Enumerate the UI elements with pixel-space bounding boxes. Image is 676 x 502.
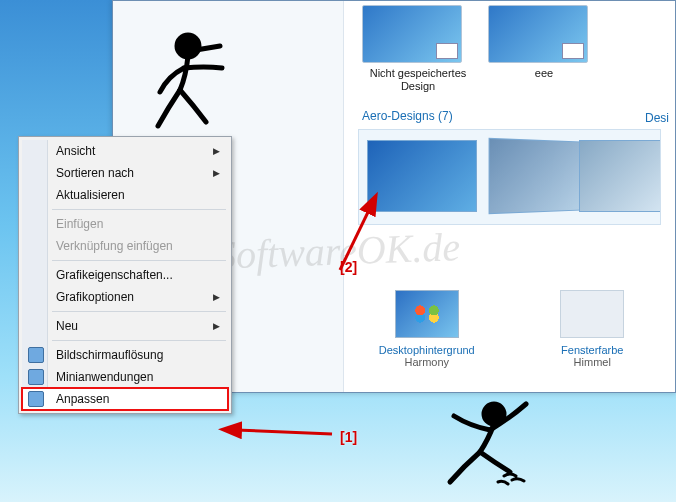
context-menu-separator xyxy=(52,311,226,312)
stick-figure-slipping xyxy=(428,396,558,499)
desktop-background-sub: Harmony xyxy=(357,356,497,368)
desktop-background-title: Desktophintergrund xyxy=(357,344,497,356)
window-color-tile[interactable]: Fensterfarbe Himmel xyxy=(522,290,662,368)
desktop-background-thumb xyxy=(395,290,459,338)
ctx-sortieren-nach[interactable]: Sortieren nach▶ xyxy=(22,162,228,184)
ctx-grafikoptionen[interactable]: Grafikoptionen▶ xyxy=(22,286,228,308)
svg-line-1 xyxy=(340,208,370,270)
ctx-grafikeigenschaften-label: Grafikeigenschaften... xyxy=(56,268,173,282)
ctx-bildschirmaufl-sung-label: Bildschirmauflösung xyxy=(56,348,163,362)
submenu-arrow-icon: ▶ xyxy=(213,162,220,184)
arrow-1 xyxy=(230,416,340,449)
ctx-grafikeigenschaften[interactable]: Grafikeigenschaften... xyxy=(22,264,228,286)
desktop-context-menu: Ansicht▶Sortieren nach▶AktualisierenEinf… xyxy=(18,136,232,414)
svg-line-0 xyxy=(236,430,332,434)
desktop-background-tile[interactable]: Desktophintergrund Harmony xyxy=(357,290,497,368)
ctx-aktualisieren[interactable]: Aktualisieren xyxy=(22,184,228,206)
window-color-thumb xyxy=(560,290,624,338)
ctx-verkn-pfung-einf-gen: Verknüpfung einfügen xyxy=(22,235,228,257)
ctx-verkn-pfung-einf-gen-label: Verknüpfung einfügen xyxy=(56,239,173,253)
ctx-anpassen-label: Anpassen xyxy=(56,392,109,406)
personalization-right-pane: Nicht gespeichertes Design eee Desi Aero… xyxy=(343,1,675,392)
ctx-einf-gen-label: Einfügen xyxy=(56,217,103,231)
ctx-minianwendungen-label: Minianwendungen xyxy=(56,370,153,384)
annotation-1: [1] xyxy=(340,430,357,444)
ctx-grafikoptionen-label: Grafikoptionen xyxy=(56,290,134,304)
arrow-2 xyxy=(240,200,380,293)
ctx-bildschirmaufl-sung-icon xyxy=(28,347,44,363)
ctx-sortieren-nach-label: Sortieren nach xyxy=(56,166,134,180)
theme-thumb-eee[interactable] xyxy=(488,5,588,63)
ctx-bildschirmaufl-sung[interactable]: Bildschirmauflösung xyxy=(22,344,228,366)
ctx-aktualisieren-label: Aktualisieren xyxy=(56,188,125,202)
stick-figure-pointing xyxy=(150,28,260,141)
window-color-title: Fensterfarbe xyxy=(522,344,662,356)
submenu-arrow-icon: ▶ xyxy=(213,140,220,162)
ctx-anpassen-icon xyxy=(28,391,44,407)
context-menu-separator xyxy=(52,209,226,210)
aero-section-label: Aero-Designs (7) xyxy=(344,99,675,127)
ctx-einf-gen: Einfügen xyxy=(22,213,228,235)
context-menu-separator xyxy=(52,340,226,341)
ctx-ansicht[interactable]: Ansicht▶ xyxy=(22,140,228,162)
theme-thumb-unsaved[interactable] xyxy=(362,5,462,63)
aero-theme-strip[interactable] xyxy=(358,129,661,225)
submenu-arrow-icon: ▶ xyxy=(213,286,220,308)
ctx-neu[interactable]: Neu▶ xyxy=(22,315,228,337)
ctx-anpassen[interactable]: Anpassen xyxy=(22,388,228,410)
ctx-neu-label: Neu xyxy=(56,319,78,333)
theme-label-unsaved: Nicht gespeichertes Design xyxy=(362,67,474,93)
ctx-ansicht-label: Ansicht xyxy=(56,144,95,158)
theme-label-eee: eee xyxy=(488,67,600,80)
submenu-arrow-icon: ▶ xyxy=(213,315,220,337)
ctx-minianwendungen-icon xyxy=(28,369,44,385)
ctx-minianwendungen[interactable]: Minianwendungen xyxy=(22,366,228,388)
window-color-sub: Himmel xyxy=(522,356,662,368)
context-menu-separator xyxy=(52,260,226,261)
link-designs-cut[interactable]: Desi xyxy=(645,111,669,125)
